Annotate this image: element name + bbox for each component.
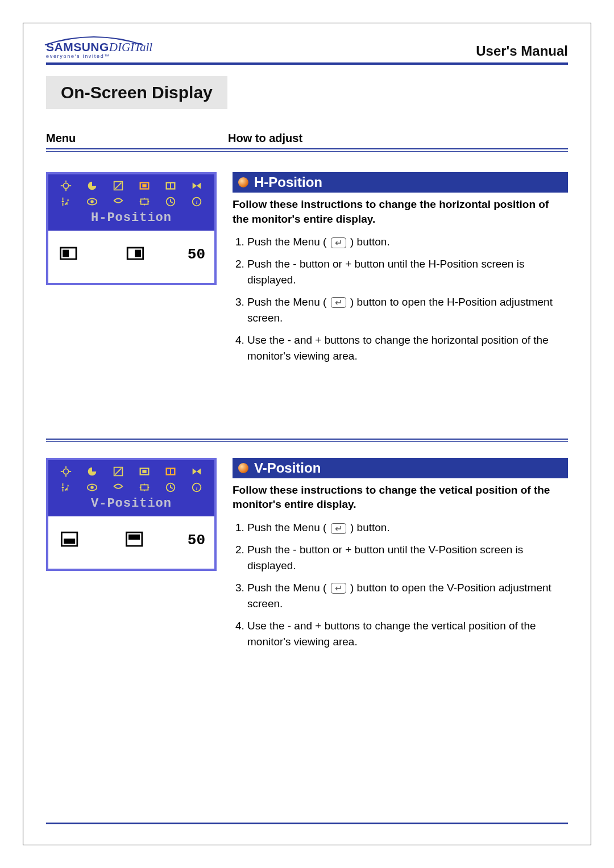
entry-separator	[46, 439, 568, 442]
svg-point-0	[63, 183, 68, 188]
entry: i V-Position 50 V-Position Follow these …	[46, 458, 568, 656]
osd-icon-2	[110, 179, 126, 193]
svg-rect-39	[128, 535, 140, 540]
col-header-menu: Menu	[46, 132, 228, 145]
step: Use the - and + buttons to change the ve…	[247, 618, 568, 650]
osd-icon-5	[189, 465, 205, 478]
feature-lead: Follow these instructions to change the …	[233, 197, 568, 226]
svg-rect-17	[63, 250, 69, 257]
osd-screenshot: i V-Position 50	[46, 458, 217, 656]
osd-label: H-Position	[53, 211, 210, 227]
osd-icon-9	[136, 195, 152, 208]
steps-list: Push the Menu ( ↵ ) button.Push the - bu…	[233, 520, 568, 650]
step: Push the Menu ( ↵ ) button.	[247, 520, 568, 536]
osd-icon-6	[58, 481, 74, 494]
feature-title: V-Position	[254, 460, 321, 476]
osd-icon-11: i	[189, 481, 205, 494]
steps-list: Push the Menu ( ↵ ) button.Push the - bu…	[233, 234, 568, 365]
howto-column: V-Position Follow these instructions to …	[233, 458, 568, 656]
footer-rule	[46, 823, 568, 824]
header-row: SAMSUNGDIGITall everyone's invited™ User…	[46, 40, 568, 59]
osd-icon-8	[110, 195, 126, 208]
osd-icon-11: i	[189, 195, 205, 208]
osd-icon-6	[58, 195, 74, 208]
step: Push the - button or + button until the …	[247, 542, 568, 574]
svg-text:i: i	[196, 483, 197, 490]
osd-icon-8	[110, 481, 126, 494]
menu-button-icon: ↵	[331, 583, 346, 594]
osd-icon-4	[163, 179, 179, 193]
osd-icon-9	[136, 481, 152, 494]
osd-icon-7	[84, 195, 100, 208]
osd-icon-1	[84, 179, 100, 193]
svg-rect-27	[142, 470, 146, 473]
step: Push the Menu ( ↵ ) button to open the H…	[247, 294, 568, 327]
howto-column: H-Position Follow these instructions to …	[233, 172, 568, 370]
osd-icon-4	[163, 465, 179, 478]
manual-title: User's Manual	[476, 43, 568, 59]
svg-rect-32	[141, 485, 148, 490]
svg-rect-19	[135, 250, 141, 257]
osd-value: 50	[188, 532, 205, 549]
col-header-howto: How to adjust	[228, 132, 568, 145]
osd-body-icon-left	[57, 529, 82, 552]
svg-rect-12	[141, 199, 148, 204]
step: Use the - and + buttons to change the ho…	[247, 332, 568, 365]
svg-point-11	[90, 200, 94, 203]
step: Push the Menu ( ↵ ) button to open the V…	[247, 580, 568, 612]
svg-rect-37	[64, 539, 75, 544]
osd-label: V-Position	[53, 496, 210, 513]
menu-button-icon: ↵	[331, 237, 346, 248]
osd-icon-10	[163, 195, 179, 208]
osd-icon-1	[84, 465, 100, 478]
osd-icon-2	[110, 465, 126, 478]
svg-point-20	[63, 469, 68, 474]
page: SAMSUNGDIGITall everyone's invited™ User…	[23, 23, 591, 845]
entry: i H-Position 50 H-Position Follow these …	[46, 172, 568, 370]
menu-button-icon: ↵	[331, 297, 346, 308]
svg-text:i: i	[196, 198, 197, 205]
osd-body-icon-right	[122, 243, 147, 266]
menu-button-icon: ↵	[331, 523, 346, 534]
column-rule	[46, 148, 568, 152]
svg-point-31	[90, 486, 94, 489]
osd-value: 50	[188, 246, 205, 263]
osd-icon-5	[189, 179, 205, 193]
bullet-icon	[238, 463, 248, 473]
section-title: On-Screen Display	[46, 76, 227, 109]
swoosh-icon	[43, 34, 145, 47]
brand-logo: SAMSUNGDIGITall everyone's invited™	[46, 40, 152, 59]
header-rule	[46, 62, 568, 65]
osd-icon-3	[136, 179, 152, 193]
feature-title: H-Position	[254, 174, 322, 190]
feature-title-bar: H-Position	[233, 172, 568, 193]
column-headers: Menu How to adjust	[46, 132, 568, 145]
osd-icon-0	[58, 465, 74, 478]
osd-icon-7	[84, 481, 100, 494]
feature-lead: Follow these instructions to change the …	[233, 483, 568, 512]
step: Push the Menu ( ↵ ) button.	[247, 234, 568, 251]
osd-icon-3	[136, 465, 152, 478]
osd-icon-0	[58, 179, 74, 193]
bullet-icon	[238, 177, 248, 187]
feature-title-bar: V-Position	[233, 458, 568, 478]
osd-body-icon-right	[122, 529, 147, 552]
svg-rect-7	[142, 184, 146, 187]
brand-tagline: everyone's invited™	[46, 53, 152, 59]
osd-body-icon-left	[57, 243, 82, 266]
osd-screenshot: i H-Position 50	[46, 172, 217, 370]
step: Push the - button or + button until the …	[247, 256, 568, 289]
osd-icon-10	[163, 481, 179, 494]
